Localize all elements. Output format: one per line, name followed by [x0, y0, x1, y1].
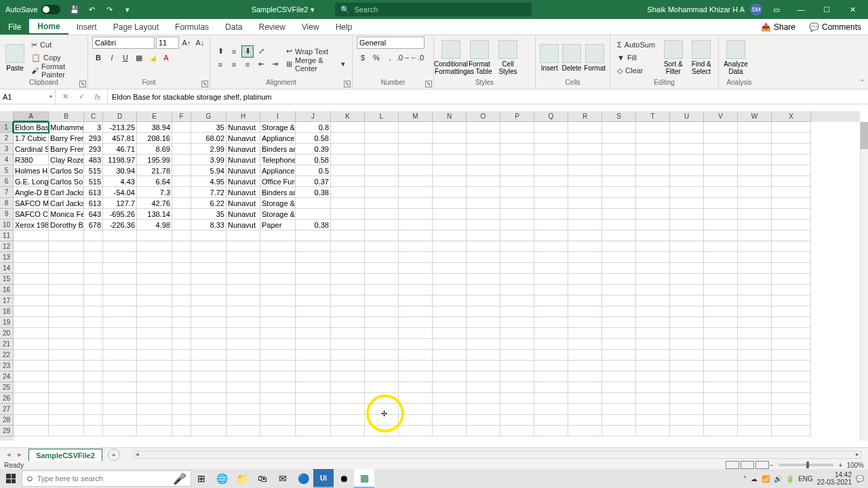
- cell[interactable]: [670, 209, 704, 220]
- decrease-decimal-button[interactable]: ←.0: [411, 52, 423, 64]
- row-header[interactable]: 17: [0, 296, 14, 306]
- cell[interactable]: [500, 176, 534, 187]
- cell[interactable]: [602, 317, 636, 328]
- cell[interactable]: [84, 263, 103, 274]
- cell[interactable]: [670, 306, 704, 317]
- cell[interactable]: [14, 350, 49, 361]
- cell[interactable]: [500, 187, 534, 198]
- cell[interactable]: [191, 328, 226, 339]
- cell[interactable]: [704, 415, 738, 426]
- share-button[interactable]: 📤Share: [754, 19, 802, 35]
- cell[interactable]: [103, 274, 137, 285]
- cell[interactable]: [534, 382, 568, 393]
- cell[interactable]: Barry French: [49, 133, 84, 144]
- cell[interactable]: [296, 306, 331, 317]
- cell[interactable]: [467, 328, 500, 339]
- cell[interactable]: 0.58: [296, 133, 331, 144]
- cell[interactable]: [399, 274, 433, 285]
- insert-cells-button[interactable]: Insert: [540, 44, 559, 72]
- cell[interactable]: [534, 263, 568, 274]
- cell[interactable]: [704, 198, 738, 209]
- cell[interactable]: [772, 328, 811, 339]
- cell[interactable]: [399, 371, 433, 382]
- cell[interactable]: [103, 371, 137, 382]
- cell[interactable]: [636, 198, 670, 209]
- cell[interactable]: [636, 393, 670, 404]
- cell[interactable]: [172, 230, 191, 241]
- cell[interactable]: [738, 122, 772, 133]
- column-header[interactable]: D: [103, 111, 137, 122]
- row-header[interactable]: 22: [0, 350, 14, 361]
- cell[interactable]: [49, 404, 84, 415]
- cell[interactable]: 3.99: [191, 155, 226, 165]
- cell[interactable]: 678: [84, 220, 103, 230]
- cell[interactable]: [500, 263, 534, 274]
- cell[interactable]: [365, 285, 399, 296]
- cell[interactable]: [365, 220, 399, 230]
- cell[interactable]: [670, 133, 704, 144]
- cell[interactable]: [704, 230, 738, 241]
- fill-color-button[interactable]: ◢: [146, 52, 159, 64]
- cell[interactable]: [636, 285, 670, 296]
- cell[interactable]: [772, 165, 811, 176]
- cell[interactable]: [260, 382, 296, 393]
- cell[interactable]: [137, 339, 172, 350]
- cell[interactable]: [137, 371, 172, 382]
- align-top-button[interactable]: ⬆: [214, 45, 226, 58]
- column-header[interactable]: J: [296, 111, 331, 122]
- cell[interactable]: [738, 198, 772, 209]
- cell[interactable]: [433, 155, 467, 165]
- cell[interactable]: [84, 230, 103, 241]
- cell[interactable]: [602, 371, 636, 382]
- cell[interactable]: [14, 285, 49, 296]
- cell[interactable]: [260, 274, 296, 285]
- row-header[interactable]: 5: [0, 165, 14, 176]
- cell[interactable]: [433, 415, 467, 426]
- column-header[interactable]: K: [331, 111, 365, 122]
- cell[interactable]: [738, 404, 772, 415]
- cell[interactable]: -213.25: [103, 122, 137, 133]
- alignment-launcher[interactable]: ⤡: [344, 81, 351, 87]
- sheet-nav-next[interactable]: ▸: [15, 450, 24, 459]
- font-launcher[interactable]: ⤡: [201, 81, 208, 87]
- cell[interactable]: [191, 230, 226, 241]
- column-header[interactable]: B: [49, 111, 84, 122]
- cell[interactable]: [704, 133, 738, 144]
- cell[interactable]: 483: [84, 155, 103, 165]
- cell[interactable]: [738, 328, 772, 339]
- cell[interactable]: [14, 415, 49, 426]
- cell[interactable]: [500, 274, 534, 285]
- cell[interactable]: [568, 415, 602, 426]
- cell[interactable]: Holmes HEPA: [14, 165, 49, 176]
- cell[interactable]: [500, 209, 534, 220]
- cell[interactable]: [172, 220, 191, 230]
- cell[interactable]: [534, 306, 568, 317]
- cell[interactable]: [534, 317, 568, 328]
- cell[interactable]: [568, 404, 602, 415]
- cell[interactable]: [738, 155, 772, 165]
- cell[interactable]: [467, 382, 500, 393]
- cell[interactable]: [738, 306, 772, 317]
- cell[interactable]: [399, 361, 433, 371]
- cell[interactable]: 4.95: [191, 176, 226, 187]
- cell[interactable]: [467, 350, 500, 361]
- cell[interactable]: [670, 328, 704, 339]
- cell[interactable]: [49, 230, 84, 241]
- cell[interactable]: [772, 209, 811, 220]
- name-box[interactable]: A1: [0, 89, 56, 104]
- cell[interactable]: [467, 285, 500, 296]
- cell[interactable]: [399, 415, 433, 426]
- horizontal-scrollbar[interactable]: [134, 451, 861, 459]
- zoom-slider[interactable]: [779, 464, 833, 466]
- cell[interactable]: 0.8: [296, 122, 331, 133]
- cell[interactable]: [568, 155, 602, 165]
- cell[interactable]: [365, 296, 399, 306]
- cell[interactable]: [331, 339, 365, 350]
- number-format-select[interactable]: [357, 37, 425, 49]
- cell[interactable]: [365, 328, 399, 339]
- cell[interactable]: [568, 296, 602, 306]
- cell[interactable]: Barry French: [49, 144, 84, 155]
- cell[interactable]: R380: [14, 155, 49, 165]
- increase-font-button[interactable]: A↑: [180, 37, 193, 49]
- cell[interactable]: [49, 339, 84, 350]
